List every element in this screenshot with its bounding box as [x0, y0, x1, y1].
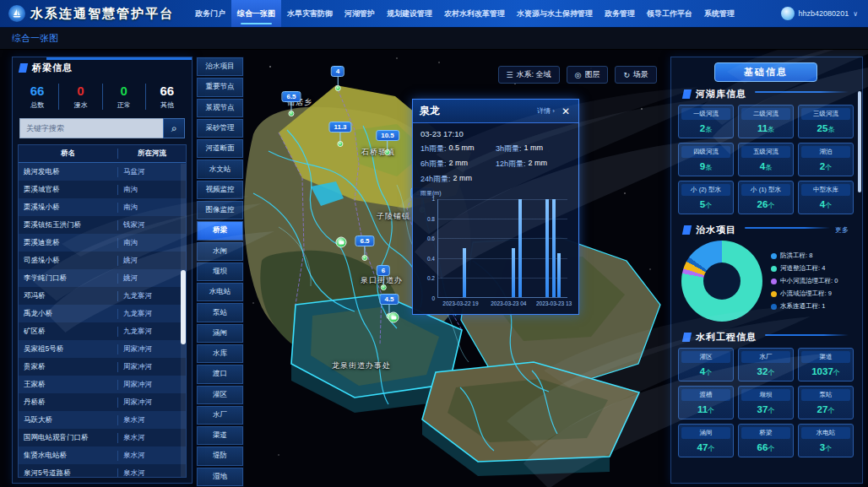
nav-item[interactable]: 规划建设管理	[381, 0, 438, 27]
map-control-button[interactable]: ☰ 水系: 全域	[498, 66, 560, 84]
card-unit: 个	[768, 445, 774, 452]
river-name-cell: 钱家河	[118, 220, 186, 230]
rain-bar	[463, 248, 466, 297]
layer-menu-item[interactable]: 治水项目	[197, 57, 243, 76]
table-row[interactable]: 马跃大桥 泉水河	[19, 411, 186, 429]
table-row[interactable]: 丹桥桥 周家冲河	[19, 393, 186, 411]
basic-info-badge[interactable]: 基础信息	[714, 62, 817, 82]
layer-menu-item[interactable]: 渠道	[197, 426, 243, 445]
nav-item[interactable]: 系统管理	[698, 0, 741, 27]
nav-item[interactable]: 农村水利改革管理	[438, 0, 511, 27]
water-level-marker[interactable]: 6.5	[355, 231, 374, 261]
table-row[interactable]: 王家桥 周家冲河	[19, 376, 186, 393]
panel-scrollbar[interactable]	[858, 91, 861, 192]
nav-item[interactable]: 水资源与水土保持管理	[511, 0, 599, 27]
table-row[interactable]: 贵家桥 周家冲河	[19, 358, 186, 376]
close-icon[interactable]: ✕	[560, 106, 572, 117]
nav-item[interactable]: 水旱灾害防御	[281, 0, 339, 27]
layer-menu-item[interactable]: 水厂	[197, 406, 243, 425]
nav-item[interactable]: 河湖管护	[339, 0, 381, 27]
layer-menu-item[interactable]: 灌区	[197, 386, 243, 404]
layer-menu-item[interactable]: 湿地	[197, 468, 243, 486]
table-row[interactable]: 栗溪迪意桥 南沟	[19, 234, 186, 252]
card-unit: 条	[827, 126, 834, 133]
camera-marker-icon[interactable]	[388, 312, 399, 323]
map-control-label: 水系: 全域	[517, 69, 551, 80]
nav-item[interactable]: 综合一张图	[231, 0, 281, 27]
card-label: 一级河流	[681, 108, 730, 120]
user-menu[interactable]: hhzb42080201 ∨	[781, 7, 858, 20]
water-level-marker[interactable]: 6	[377, 261, 390, 290]
layer-menu-item[interactable]: 涵闸	[197, 324, 243, 343]
marker-stem	[339, 133, 340, 141]
marker-stem	[387, 141, 388, 149]
table-row[interactable]: 邓冯桥 九龙寨河	[19, 287, 186, 305]
table-body: 姚河发电桥 马盆河 栗溪城官桥 南沟 栗溪垛小桥 南沟 栗溪镇拓玉洪门	[19, 163, 186, 478]
river-name-cell: 九龙寨河	[118, 291, 186, 301]
camera-marker-icon[interactable]	[336, 237, 347, 248]
rain-bar	[512, 248, 515, 297]
table-row[interactable]: 栗溪垛小桥 南沟	[19, 198, 186, 216]
table-row[interactable]: 李学纯门口桥 姚河	[19, 269, 186, 287]
info-card: 泵站 27个	[798, 386, 854, 419]
layer-menu-item[interactable]: 水库	[197, 344, 243, 363]
table-row[interactable]: 矿区桥 九龙寨河	[19, 322, 186, 340]
layer-menu-item[interactable]: 水电站	[197, 283, 243, 301]
card-value: 25条	[801, 123, 850, 134]
info-card: 四级河流 9条	[678, 143, 734, 176]
projects-more-link[interactable]: 更多	[835, 225, 849, 235]
table-row[interactable]: 栗溪城官桥 南沟	[19, 181, 186, 198]
water-level-marker[interactable]: 11.3	[328, 117, 351, 147]
layer-menu-item[interactable]: 堤防	[197, 446, 243, 465]
table-row[interactable]: 姚河发电桥 马盆河	[19, 163, 186, 181]
layer-menu-item[interactable]: 水文站	[197, 160, 243, 178]
water-level-marker[interactable]: 6.5	[281, 87, 301, 116]
table-header-row: 桥名 所在河流	[19, 145, 186, 163]
x-tick: 2023-03-22 19	[442, 300, 478, 306]
legend-dot	[771, 304, 777, 310]
info-card: 小 (2) 型水 5个	[678, 181, 734, 214]
card-unit: 个	[825, 445, 832, 452]
card-value: 2条	[681, 123, 730, 134]
layer-menu-item[interactable]: 桥梁	[197, 221, 243, 240]
card-unit: 个	[825, 164, 832, 171]
search-button[interactable]: ⌕	[163, 118, 185, 138]
table-scrollbar[interactable]	[181, 164, 186, 477]
table-row[interactable]: 集贤水电站桥 泉水河	[19, 446, 186, 464]
stat-label: 其他	[146, 100, 188, 110]
map-control-button[interactable]: ↻ 场景	[615, 66, 657, 84]
map-control-button[interactable]: ◎ 图层	[567, 66, 609, 84]
scrollbar-thumb[interactable]	[181, 270, 186, 344]
table-row[interactable]: 司盛垛小桥 姚河	[19, 252, 186, 269]
y-tick: 0.8	[420, 216, 435, 222]
map-control-label: 图层	[584, 69, 599, 80]
popup-detail-link[interactable]: 详情 ›	[537, 106, 555, 116]
layer-menu-item[interactable]: 视频监控	[197, 181, 243, 199]
water-level-marker[interactable]: 4	[331, 62, 344, 91]
layer-menu-item[interactable]: 水闸	[197, 242, 243, 261]
layer-menu-item[interactable]: 图像监控	[197, 201, 243, 219]
water-level-marker[interactable]: 10.5	[376, 126, 399, 155]
layer-menu-item[interactable]: 重要节点	[197, 78, 243, 96]
layer-menu-item[interactable]: 景观节点	[197, 99, 243, 117]
layer-menu-item[interactable]: 渡口	[197, 365, 243, 383]
town-label: 子陵铺镇	[377, 211, 410, 222]
layer-menu-item[interactable]: 采砂管理	[197, 119, 243, 138]
breadcrumb[interactable]: 综合一张图	[12, 32, 58, 45]
layer-menu-item[interactable]: 泵站	[197, 303, 243, 322]
rain-metric: 1h雨量: 0.5 mm	[420, 143, 496, 154]
layer-menu-item[interactable]: 河道断面	[197, 139, 243, 158]
nav-item[interactable]: 政务门户	[189, 0, 231, 27]
table-row[interactable]: 吴家祖5号桥 周家冲河	[19, 340, 186, 358]
table-row[interactable]: 泉河5号道路桥 泉水河	[19, 464, 186, 478]
search-icon: ⌕	[171, 122, 177, 134]
legend-item: 防洪工程: 8	[771, 252, 855, 260]
search-input[interactable]	[19, 118, 163, 138]
nav-item[interactable]: 领导工作平台	[641, 0, 698, 27]
layer-menu-item[interactable]: 堰坝	[197, 262, 243, 281]
table-row[interactable]: 国网电站观音门口桥 泉水河	[19, 429, 186, 446]
table-row[interactable]: 禹龙小桥 九龙寨河	[19, 305, 186, 322]
nav-item[interactable]: 政务管理	[599, 0, 641, 27]
bridge-name-cell: 栗溪镇拓玉洪门桥	[19, 220, 118, 230]
table-row[interactable]: 栗溪镇拓玉洪门桥 钱家河	[19, 216, 186, 234]
